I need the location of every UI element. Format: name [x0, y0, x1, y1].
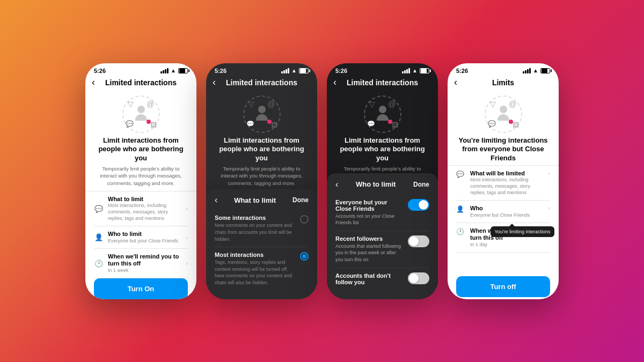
sheet-done-3[interactable]: Done — [413, 181, 429, 188]
main-heading-3: Limit interactions from people who are b… — [335, 136, 429, 164]
back-button-3[interactable]: ‹ — [333, 77, 336, 88]
battery-fill-4 — [541, 69, 547, 73]
nav-title-3: Limited interactions — [347, 78, 418, 87]
toggle-3-2[interactable] — [408, 235, 429, 247]
sheet-done-2[interactable]: Done — [292, 196, 309, 204]
menu-sub-1-3: In 1 week — [108, 268, 181, 274]
signal-bar-4-4 — [529, 68, 531, 73]
signal-bar-4 — [167, 68, 169, 73]
signal-bar-4-3 — [527, 69, 529, 73]
sub-text-1: Temporarily limit people's ability to in… — [94, 165, 188, 187]
person-icon-2 — [253, 106, 270, 123]
signal-bar-3-4 — [408, 68, 410, 73]
menu-item-1-3[interactable]: 🕐 When we'll remind you to turn this off… — [94, 249, 188, 278]
phone-content-3: ▽ @ 💬 🖼 Limit interactions from people w… — [327, 90, 438, 299]
back-button-2[interactable]: ‹ — [213, 77, 216, 88]
status-bar-2: 5:26 ▲ — [206, 63, 317, 76]
menu-icon-1-2: 👤 — [94, 233, 104, 241]
illustration-1: ▽ @ 💬 🖼 — [94, 90, 188, 136]
toggle-3-1[interactable] — [408, 199, 429, 211]
battery-icon-2 — [299, 68, 309, 73]
turn-off-button-4[interactable]: Turn off — [456, 276, 550, 297]
turn-on-button-1[interactable]: Turn On — [94, 278, 188, 299]
red-dot-2 — [267, 120, 272, 124]
person-body-4 — [497, 114, 509, 121]
sheet-back-3[interactable]: ‹ — [335, 180, 338, 189]
limits-text-4-1: What will be limited Most interactions, … — [470, 170, 544, 196]
menu-label-1-2: Who to limit — [108, 231, 181, 238]
time-1: 5:26 — [94, 68, 106, 74]
toggle-label-3-2: Recent followers — [335, 235, 404, 242]
illustration-3: ▽ @ 💬 🖼 — [335, 90, 429, 136]
sheet-toggle-3-1: Everyone but your Close Friends Accounts… — [335, 195, 429, 231]
signal-bars-3 — [402, 68, 410, 73]
sheet-header-3: ‹ Who to limit Done — [335, 180, 429, 189]
sheet-label-2-2: Most interactions — [215, 252, 296, 258]
menu-item-1-2[interactable]: 👤 Who to limit Everyone but your Close F… — [94, 226, 188, 249]
sheet-toggle-3-3: Accounts that don't follow you — [335, 268, 429, 291]
signal-bar-3-2 — [404, 70, 406, 73]
photo-icon-2: 🖼 — [271, 121, 277, 129]
menu-label-1-1: What to limit — [108, 196, 181, 203]
phone-content-1: ▽ @ 💬 🖼 Limit interactions from people w… — [85, 90, 196, 299]
illus-circle-4: ▽ @ 💬 🖼 — [485, 95, 522, 133]
person-icon-3 — [374, 106, 391, 123]
limits-label-4-2: Who — [470, 205, 544, 212]
status-bar-3: 5:26 ▲ — [327, 63, 438, 76]
photo-icon-1: 🖼 — [150, 121, 157, 129]
red-dot-4 — [509, 120, 513, 124]
toggle-3-3[interactable] — [408, 272, 429, 284]
chevron-1-1: › — [186, 205, 188, 212]
sheet-back-2[interactable]: ‹ — [215, 195, 217, 205]
menu-text-1-3: When we'll remind you to turn this off I… — [108, 253, 181, 274]
illustration-2: ▽ @ 💬 🖼 — [215, 90, 309, 136]
red-dot-1 — [147, 120, 151, 124]
phones-container: 5:26 ▲ ‹ Limited interactions — [85, 63, 559, 299]
main-heading-2: Limit interactions from people who are b… — [215, 136, 309, 164]
limits-sub-4-3: In 1 day — [470, 242, 544, 248]
sheet-item-2-1[interactable]: Some interactions New comments on your c… — [215, 210, 309, 247]
person-icon-1 — [133, 106, 150, 123]
menu-text-1-1: What to limit Most interactions, includi… — [108, 196, 181, 221]
chevron-1-2: › — [186, 234, 188, 241]
person-head-3 — [379, 106, 386, 113]
bottom-sheet-3: ‹ Who to limit Done Everyone but your Cl… — [327, 173, 438, 299]
signal-bar-3-1 — [402, 71, 404, 73]
menu-item-1-1[interactable]: 💬 What to limit Most interactions, inclu… — [94, 191, 188, 226]
sheet-item-2-2[interactable]: Most interactions Tags, mentions, story … — [215, 247, 309, 290]
limits-icon-4-3: 🕐 — [456, 228, 466, 235]
sub-text-2: Temporarily limit people's ability to in… — [215, 165, 309, 187]
back-button-4[interactable]: ‹ — [454, 77, 457, 88]
photo-icon-3: 🖼 — [392, 121, 398, 129]
limits-icon-4-1: 💬 — [456, 171, 466, 178]
status-icons-2: ▲ — [281, 68, 309, 73]
time-3: 5:26 — [335, 68, 347, 74]
signal-bar-3-3 — [406, 69, 408, 73]
nav-title-1: Limited interactions — [105, 78, 177, 87]
signal-bar-2 — [163, 70, 164, 73]
sheet-toggle-3-2: Recent followers Accounts that started f… — [335, 231, 429, 268]
toggle-label-3-3: Accounts that don't follow you — [335, 272, 404, 285]
menu-icon-1-1: 💬 — [94, 205, 104, 213]
sheet-header-2: ‹ What to limit Done — [215, 195, 309, 205]
limits-chevron-4-1: › — [548, 170, 550, 176]
limits-text-4-2: Who Everyone but Close Friends — [470, 205, 544, 218]
nav-bar-2: ‹ Limited interactions — [206, 76, 317, 90]
limits-item-4-1[interactable]: 💬 What will be limited Most interactions… — [456, 166, 550, 201]
main-heading-1: Limit interactions from people who are b… — [94, 136, 188, 164]
back-button-1[interactable]: ‹ — [92, 77, 95, 88]
battery-icon-3 — [420, 68, 429, 73]
phone-3: 5:26 ▲ ‹ Limited interactions — [327, 63, 438, 299]
wifi-icon-2: ▲ — [291, 68, 297, 73]
red-dot-3 — [388, 120, 392, 124]
tooltip-4-2: You're limiting interactions — [491, 226, 555, 237]
signal-bar-2-3 — [286, 69, 287, 73]
limits-item-4-2[interactable]: 👤 Who Everyone but Close Friends › You'r… — [456, 201, 550, 223]
signal-bar-2-2 — [283, 70, 285, 73]
limits-sub-4-2: Everyone but Close Friends — [470, 212, 544, 219]
person-body-3 — [377, 114, 389, 121]
radio-2-2[interactable] — [300, 252, 309, 261]
signal-bars-1 — [160, 68, 169, 73]
radio-2-1[interactable] — [300, 215, 309, 224]
toggle-knob-3-3 — [409, 274, 419, 283]
